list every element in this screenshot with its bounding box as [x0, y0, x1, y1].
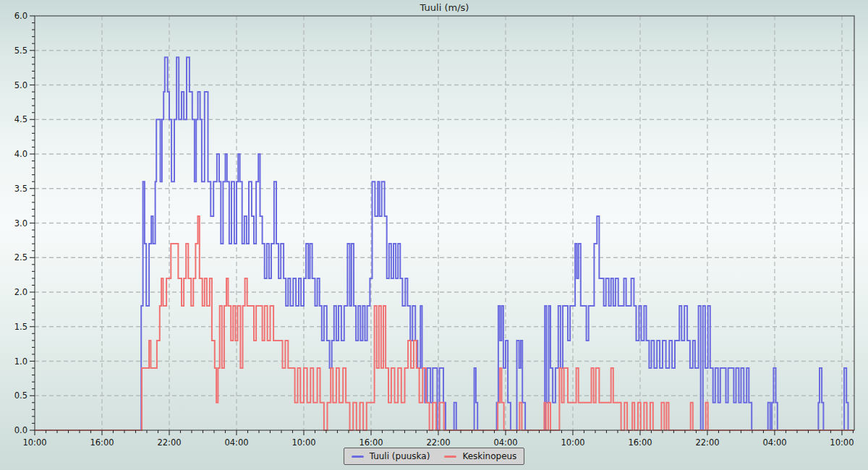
svg-text:04:00: 04:00 — [493, 437, 517, 448]
svg-text:04:00: 04:00 — [762, 437, 786, 448]
svg-text:16:00: 16:00 — [359, 437, 383, 448]
svg-text:22:00: 22:00 — [695, 437, 719, 448]
svg-text:0.0: 0.0 — [14, 425, 27, 435]
svg-text:10:00: 10:00 — [830, 437, 854, 448]
svg-text:22:00: 22:00 — [157, 437, 181, 448]
svg-text:22:00: 22:00 — [426, 437, 450, 448]
svg-text:10:00: 10:00 — [292, 437, 315, 448]
legend-item-average: Keskinopeus — [444, 451, 516, 461]
svg-text:04:00: 04:00 — [224, 437, 248, 448]
gust-line-swatch-icon — [352, 456, 364, 458]
svg-text:10:00: 10:00 — [22, 437, 46, 448]
svg-text:4.0: 4.0 — [14, 149, 27, 159]
legend-item-gust: Tuuli (puuska) — [352, 451, 430, 461]
svg-text:6.0: 6.0 — [14, 11, 27, 21]
svg-text:2.5: 2.5 — [14, 252, 27, 262]
svg-text:16:00: 16:00 — [90, 437, 114, 448]
wind-chart: 0.00.51.01.52.02.53.03.54.04.55.05.56.01… — [0, 0, 868, 470]
legend-label-average: Keskinopeus — [462, 451, 516, 461]
legend-box: Tuuli (puuska) Keskinopeus — [344, 448, 525, 465]
svg-text:5.5: 5.5 — [14, 46, 27, 56]
svg-text:16:00: 16:00 — [628, 437, 652, 448]
svg-text:1.5: 1.5 — [14, 322, 27, 332]
svg-text:5.0: 5.0 — [14, 80, 27, 90]
legend-label-gust: Tuuli (puuska) — [370, 451, 430, 461]
svg-text:1.0: 1.0 — [14, 356, 27, 367]
svg-text:0.5: 0.5 — [14, 390, 27, 401]
svg-text:10:00: 10:00 — [561, 437, 584, 448]
svg-text:4.5: 4.5 — [14, 114, 27, 124]
svg-text:3.0: 3.0 — [14, 218, 27, 228]
svg-text:2.0: 2.0 — [14, 287, 27, 297]
svg-text:3.5: 3.5 — [14, 184, 27, 194]
average-line-swatch-icon — [444, 456, 456, 458]
